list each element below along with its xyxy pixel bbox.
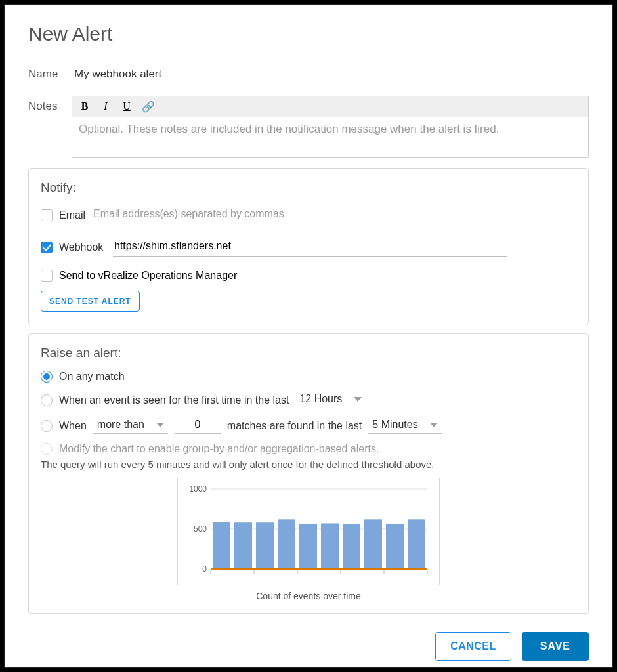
notes-toolbar: B I U 🔗 xyxy=(72,96,588,117)
new-alert-dialog: New Alert Name Notes B I U 🔗 Optional. T… xyxy=(4,4,613,668)
radio-first-time[interactable] xyxy=(41,394,53,406)
notes-label: Notes xyxy=(28,96,72,113)
webhook-label: Webhook xyxy=(59,242,106,253)
raise-opt-any: On any match xyxy=(41,371,576,383)
email-checkbox[interactable] xyxy=(41,209,53,221)
window-select[interactable]: 5 Minutes xyxy=(368,417,441,434)
notify-panel: Notify: Email Webhook Send to vRealize O… xyxy=(28,168,589,324)
page-title: New Alert xyxy=(28,23,589,45)
webhook-checkbox[interactable] xyxy=(41,242,53,253)
notify-email-row: Email xyxy=(41,205,576,224)
svg-rect-6 xyxy=(213,522,230,569)
chart-caption: Count of events over time xyxy=(177,591,440,601)
svg-text:0: 0 xyxy=(202,564,207,574)
raise-panel: Raise an alert: On any match When an eve… xyxy=(28,333,589,614)
chevron-down-icon xyxy=(430,423,438,427)
italic-icon[interactable]: I xyxy=(100,100,112,113)
raise-opt-modify: Modify the chart to enable group-by and/… xyxy=(41,443,576,455)
run-frequency-note: The query will run every 5 minutes and w… xyxy=(41,459,576,470)
notify-title: Notify: xyxy=(41,180,576,195)
radio-any-match-label: On any match xyxy=(59,371,125,383)
radio-threshold[interactable] xyxy=(41,420,53,432)
notify-vrops-row: Send to vRealize Operations Manager xyxy=(41,270,576,282)
email-label: Email xyxy=(59,209,85,221)
notes-body[interactable]: Optional. These notes are included in th… xyxy=(72,117,588,157)
radio-modify-label: Modify the chart to enable group-by and/… xyxy=(59,443,379,455)
svg-text:1000: 1000 xyxy=(189,484,207,494)
lookback-value: 12 Hours xyxy=(299,393,342,405)
notes-row: Notes B I U 🔗 Optional. These notes are … xyxy=(28,96,589,158)
svg-rect-10 xyxy=(299,524,317,569)
name-input[interactable] xyxy=(72,64,589,85)
send-test-alert-button[interactable]: SEND TEST ALERT xyxy=(41,291,140,312)
name-row: Name xyxy=(28,64,589,85)
radio-any-match[interactable] xyxy=(41,371,53,383)
svg-rect-15 xyxy=(408,519,425,569)
svg-rect-9 xyxy=(278,519,295,569)
raise-opt-when: When more than matches are found in the … xyxy=(41,417,576,434)
svg-rect-14 xyxy=(386,524,404,569)
svg-rect-8 xyxy=(256,522,274,569)
radio-first-time-label: When an event is seen for the first time… xyxy=(59,394,289,406)
link-icon[interactable]: 🔗 xyxy=(142,100,154,113)
chevron-down-icon xyxy=(354,397,362,402)
raise-title: Raise an alert: xyxy=(41,346,576,360)
svg-rect-12 xyxy=(343,524,360,569)
notify-webhook-row: Webhook xyxy=(41,238,576,257)
webhook-input[interactable] xyxy=(113,238,507,257)
comparator-select[interactable]: more than xyxy=(93,417,168,434)
cancel-button[interactable]: CANCEL xyxy=(435,632,511,661)
name-label: Name xyxy=(28,64,72,81)
chart: 05001000 xyxy=(177,478,440,585)
radio-threshold-label: When xyxy=(59,420,87,432)
threshold-mid-label: matches are found in the last xyxy=(227,420,362,432)
notes-editor: B I U 🔗 Optional. These notes are includ… xyxy=(72,96,589,158)
vrops-checkbox[interactable] xyxy=(41,270,53,282)
radio-modify xyxy=(41,443,53,455)
chevron-down-icon xyxy=(156,423,164,427)
bold-icon[interactable]: B xyxy=(79,100,91,113)
threshold-input[interactable] xyxy=(175,417,221,434)
save-button[interactable]: SAVE xyxy=(522,632,589,661)
lookback-select[interactable]: 12 Hours xyxy=(295,392,366,408)
window-value: 5 Minutes xyxy=(372,419,417,430)
chart-svg: 05001000 xyxy=(184,482,434,581)
underline-icon[interactable]: U xyxy=(121,100,133,113)
comparator-value: more than xyxy=(97,419,144,430)
svg-text:500: 500 xyxy=(194,524,207,534)
raise-opt-first: When an event is seen for the first time… xyxy=(41,392,576,408)
svg-rect-13 xyxy=(364,519,382,569)
chart-container: 05001000 Count of events over time xyxy=(177,478,440,601)
svg-rect-11 xyxy=(321,523,339,569)
dialog-footer: CANCEL SAVE xyxy=(28,632,589,661)
vrops-label: Send to vRealize Operations Manager xyxy=(59,270,237,282)
email-input[interactable] xyxy=(92,205,486,224)
svg-rect-7 xyxy=(234,522,252,569)
